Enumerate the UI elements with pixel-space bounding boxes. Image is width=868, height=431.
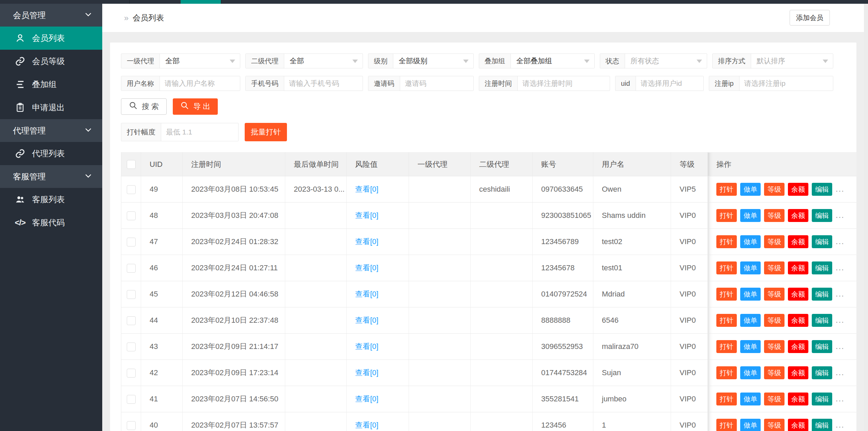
search-button[interactable]: 搜 索: [121, 98, 167, 115]
filter-select-value-level1-agent[interactable]: 全部: [160, 54, 240, 68]
filter-input-reg-ip[interactable]: [740, 76, 833, 91]
risk-view-link[interactable]: 查看[0]: [355, 316, 378, 324]
sidebar-item-support-list[interactable]: 客服列表: [0, 188, 102, 211]
action-inject-button[interactable]: 打针: [716, 261, 737, 274]
scrollbar-track[interactable]: [864, 4, 868, 431]
more-actions-button[interactable]: ...: [836, 263, 844, 272]
action-order-button[interactable]: 做单: [740, 340, 761, 353]
action-level-button[interactable]: 等级: [764, 183, 785, 196]
action-level-button[interactable]: 等级: [764, 235, 785, 248]
row-checkbox[interactable]: [127, 395, 136, 404]
more-actions-button[interactable]: ...: [836, 289, 844, 298]
sidebar-group-agent-mgmt[interactable]: 代理管理: [0, 119, 102, 142]
action-edit-button[interactable]: 编辑: [812, 235, 832, 248]
risk-view-link[interactable]: 查看[0]: [355, 264, 378, 272]
filter-select-value-stack-group[interactable]: 全部叠加组: [511, 54, 594, 68]
action-level-button[interactable]: 等级: [764, 340, 785, 353]
sidebar-item-agent-list[interactable]: 代理列表: [0, 142, 102, 165]
filter-select-value-level2-agent[interactable]: 全部: [284, 54, 363, 68]
risk-view-link[interactable]: 查看[0]: [355, 237, 378, 246]
filter-input-invite-code[interactable]: [400, 76, 473, 91]
action-balance-button[interactable]: 余额: [788, 209, 808, 222]
action-edit-button[interactable]: 编辑: [812, 340, 832, 353]
risk-view-link[interactable]: 查看[0]: [355, 290, 378, 298]
action-inject-button[interactable]: 打针: [716, 340, 737, 353]
action-order-button[interactable]: 做单: [740, 366, 761, 379]
action-inject-button[interactable]: 打针: [716, 183, 737, 196]
sidebar-item-support-code[interactable]: </>客服代码: [0, 211, 102, 234]
action-balance-button[interactable]: 余额: [788, 288, 808, 301]
action-order-button[interactable]: 做单: [740, 314, 761, 327]
row-checkbox[interactable]: [127, 421, 136, 430]
action-level-button[interactable]: 等级: [764, 366, 785, 379]
action-balance-button[interactable]: 余额: [788, 235, 808, 248]
risk-view-link[interactable]: 查看[0]: [355, 395, 378, 403]
batch-inject-button[interactable]: 批量打针: [245, 123, 287, 141]
action-edit-button[interactable]: 编辑: [812, 183, 832, 196]
add-member-button[interactable]: 添加会员: [790, 10, 830, 26]
filter-select-value-level[interactable]: 全部级别: [393, 54, 473, 68]
action-order-button[interactable]: 做单: [740, 235, 761, 248]
action-order-button[interactable]: 做单: [740, 183, 761, 196]
action-inject-button[interactable]: 打针: [716, 288, 737, 301]
filter-input-uid[interactable]: [636, 76, 703, 91]
risk-view-link[interactable]: 查看[0]: [355, 342, 378, 351]
action-level-button[interactable]: 等级: [764, 288, 785, 301]
action-edit-button[interactable]: 编辑: [812, 209, 832, 222]
risk-view-link[interactable]: 查看[0]: [355, 185, 378, 193]
sidebar-item-stack-group[interactable]: 叠加组: [0, 73, 102, 96]
action-balance-button[interactable]: 余额: [788, 393, 808, 405]
select-all-checkbox[interactable]: [127, 160, 136, 169]
more-actions-button[interactable]: ...: [836, 184, 844, 193]
action-inject-button[interactable]: 打针: [716, 393, 737, 405]
action-balance-button[interactable]: 余额: [788, 340, 808, 353]
risk-view-link[interactable]: 查看[0]: [355, 368, 378, 377]
sidebar-group-support-mgmt[interactable]: 客服管理: [0, 165, 102, 188]
row-checkbox[interactable]: [127, 290, 136, 299]
more-actions-button[interactable]: ...: [836, 420, 844, 429]
more-actions-button[interactable]: ...: [836, 368, 844, 377]
filter-select-value-sort[interactable]: 默认排序: [751, 54, 833, 68]
action-inject-button[interactable]: 打针: [716, 366, 737, 379]
more-actions-button[interactable]: ...: [836, 394, 844, 403]
action-level-button[interactable]: 等级: [764, 209, 785, 222]
row-checkbox[interactable]: [127, 369, 136, 378]
export-button[interactable]: 导 出: [173, 98, 218, 115]
action-edit-button[interactable]: 编辑: [812, 261, 832, 274]
row-checkbox[interactable]: [127, 342, 136, 351]
filter-input-phone[interactable]: [284, 76, 363, 91]
action-order-button[interactable]: 做单: [740, 288, 761, 301]
sidebar-group-member-mgmt[interactable]: 会员管理: [0, 4, 102, 27]
sidebar-item-apply-exit[interactable]: 申请退出: [0, 96, 102, 119]
action-level-button[interactable]: 等级: [764, 419, 785, 431]
action-level-button[interactable]: 等级: [764, 314, 785, 327]
action-balance-button[interactable]: 余额: [788, 419, 808, 431]
inject-amplitude-input[interactable]: [161, 123, 238, 141]
row-checkbox[interactable]: [127, 316, 136, 325]
more-actions-button[interactable]: ...: [836, 315, 844, 324]
filter-select-value-status[interactable]: 所有状态: [625, 54, 707, 68]
action-edit-button[interactable]: 编辑: [812, 288, 832, 301]
row-checkbox[interactable]: [127, 264, 136, 273]
action-balance-button[interactable]: 余额: [788, 183, 808, 196]
filter-input-reg-time[interactable]: [518, 76, 610, 91]
action-balance-button[interactable]: 余额: [788, 314, 808, 327]
action-inject-button[interactable]: 打针: [716, 314, 737, 327]
topbar-active-tab[interactable]: [181, 0, 221, 4]
action-inject-button[interactable]: 打针: [716, 209, 737, 222]
risk-view-link[interactable]: 查看[0]: [355, 421, 378, 429]
action-balance-button[interactable]: 余额: [788, 261, 808, 274]
action-order-button[interactable]: 做单: [740, 261, 761, 274]
row-checkbox[interactable]: [127, 185, 136, 194]
action-order-button[interactable]: 做单: [740, 393, 761, 405]
action-edit-button[interactable]: 编辑: [812, 393, 832, 405]
action-balance-button[interactable]: 余额: [788, 366, 808, 379]
action-inject-button[interactable]: 打针: [716, 419, 737, 431]
more-actions-button[interactable]: ...: [836, 237, 844, 246]
more-actions-button[interactable]: ...: [836, 341, 844, 351]
action-level-button[interactable]: 等级: [764, 261, 785, 274]
row-checkbox[interactable]: [127, 211, 136, 220]
action-edit-button[interactable]: 编辑: [812, 314, 832, 327]
action-level-button[interactable]: 等级: [764, 393, 785, 405]
risk-view-link[interactable]: 查看[0]: [355, 211, 378, 220]
